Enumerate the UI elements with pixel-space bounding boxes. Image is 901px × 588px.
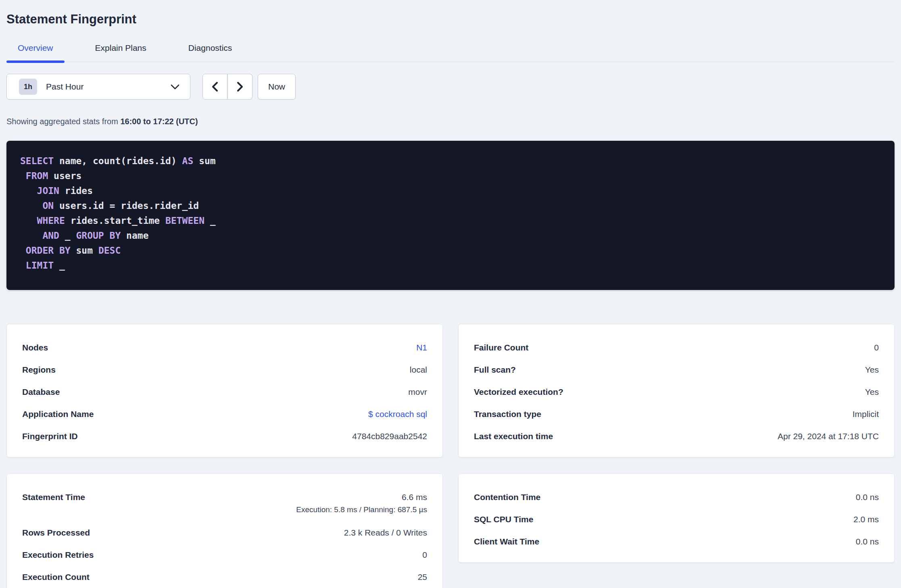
sql-line: WHERE rides.start_time BETWEEN _ (20, 213, 885, 228)
sql-text: users (48, 171, 81, 181)
stat-label: Last execution time (474, 425, 553, 447)
sql-line: ON users.id = rides.rider_id (20, 198, 885, 213)
sql-line: LIMIT _ (20, 258, 885, 273)
time-interval-arrows (202, 74, 252, 100)
stat-row-full-scan: Full scan?Yes (474, 359, 879, 381)
stat-value: local (410, 359, 427, 381)
stat-label: Regions (22, 359, 56, 381)
stat-label: Fingerprint ID (22, 425, 78, 447)
page-title: Statement Fingerprint (6, 11, 895, 27)
time-range-badge: 1h (19, 79, 37, 95)
stat-value: Yes (865, 381, 879, 403)
sql-line: ORDER BY sum DESC (20, 243, 885, 258)
sql-text: name, count(rides.id) (54, 156, 182, 166)
stat-row-client-wait-time: Client Wait Time0.0 ns (474, 530, 879, 553)
stat-label: Client Wait Time (474, 530, 539, 553)
sql-keyword: AS (182, 156, 194, 166)
stat-label: Failure Count (474, 336, 528, 359)
stat-row-sql-cpu-time: SQL CPU Time2.0 ms (474, 508, 879, 530)
tab-explain-plans[interactable]: Explain Plans (84, 43, 158, 62)
tab-label: Overview (18, 43, 53, 52)
time-toolbar: 1h Past Hour Now (6, 74, 895, 100)
stat-value: 0.0 ns (856, 486, 879, 508)
chevron-left-icon (211, 81, 219, 92)
sql-text: users.id = rides.rider_id (54, 200, 199, 211)
sql-text: rides (59, 186, 93, 196)
statement-time-card: Statement Time6.6 msExecution: 5.8 ms / … (6, 473, 443, 588)
stat-row-vectorized-execution: Vectorized execution?Yes (474, 381, 879, 403)
stat-row-execution-count: Execution Count25 (22, 566, 427, 588)
aggregated-stats-prefix: Showing aggregated stats from (6, 117, 120, 126)
nodes-link[interactable]: N1 (416, 336, 427, 359)
stat-label: Execution Count (22, 566, 90, 588)
sql-line: SELECT name, count(rides.id) AS sum (20, 154, 885, 169)
stat-value: movr (408, 381, 427, 403)
stat-value-group: 6.6 msExecution: 5.8 ms / Planning: 687.… (296, 486, 427, 515)
sql-keyword: ORDER BY (26, 245, 71, 256)
stat-row-nodes: NodesN1 (22, 336, 427, 359)
sql-text: sum (71, 245, 98, 256)
sql-keyword: GROUP BY (76, 230, 121, 241)
aggregated-stats-range: 16:00 to 17:22 (UTC) (120, 117, 198, 126)
tab-bar: OverviewExplain PlansDiagnostics (6, 43, 895, 62)
stat-row-failure-count: Failure Count0 (474, 336, 879, 359)
stat-value: Yes (865, 359, 879, 381)
sql-statement-box: SELECT name, count(rides.id) AS sum FROM… (6, 141, 895, 290)
stat-label: Statement Time (22, 486, 85, 508)
stat-row-execution-retries: Execution Retries0 (22, 544, 427, 566)
stat-value: 0 (422, 544, 427, 566)
stat-value: 25 (418, 566, 427, 588)
active-tab-indicator (6, 60, 65, 63)
sql-keyword: ON (42, 200, 54, 211)
chevron-right-icon (236, 81, 244, 92)
sql-text (20, 215, 37, 226)
sql-text (20, 245, 26, 256)
sql-keyword: WHERE (37, 215, 65, 226)
time-range-label: Past Hour (46, 82, 171, 92)
statement-details-card: NodesN1RegionslocalDatabasemovrApplicati… (6, 324, 443, 457)
next-interval-button[interactable] (227, 74, 252, 100)
tab-label: Explain Plans (95, 43, 146, 52)
sql-line: JOIN rides (20, 183, 885, 198)
stat-value: 2.0 ms (853, 508, 879, 530)
stat-label: Database (22, 381, 60, 403)
sql-text (20, 200, 42, 211)
tab-label: Diagnostics (188, 43, 232, 52)
sql-text: _ (59, 230, 76, 241)
sql-text: sum (193, 156, 215, 166)
sql-keyword: BETWEEN (165, 215, 204, 226)
sql-text (20, 186, 37, 196)
sql-line: FROM users (20, 169, 885, 183)
stat-row-statement-time: Statement Time6.6 msExecution: 5.8 ms / … (22, 486, 427, 521)
time-range-dropdown[interactable]: 1h Past Hour (6, 74, 190, 100)
prev-interval-button[interactable] (202, 74, 227, 100)
stat-subvalue: Execution: 5.8 ms / Planning: 687.5 µs (296, 505, 427, 515)
sql-keyword: AND (42, 230, 59, 241)
statement-fingerprint-page: Statement Fingerprint OverviewExplain Pl… (0, 11, 901, 588)
application-name-link[interactable]: $ cockroach sql (368, 403, 427, 425)
execution-attributes-card: Failure Count0Full scan?YesVectorized ex… (458, 324, 895, 457)
sql-keyword: SELECT (20, 156, 54, 166)
now-button[interactable]: Now (258, 74, 296, 100)
stat-label: Execution Retries (22, 544, 94, 566)
sql-keyword: JOIN (37, 186, 59, 196)
stat-row-last-execution-time: Last execution timeApr 29, 2024 at 17:18… (474, 425, 879, 447)
sql-keyword: FROM (26, 171, 48, 181)
stat-row-transaction-type: Transaction typeImplicit (474, 403, 879, 425)
stat-value: 4784cb829aab2542 (352, 425, 427, 447)
stat-row-application-name: Application Name$ cockroach sql (22, 403, 427, 425)
sql-text: name (121, 230, 148, 241)
metric-cards-row: Statement Time6.6 msExecution: 5.8 ms / … (6, 473, 895, 588)
stat-value: Implicit (853, 403, 879, 425)
tab-overview[interactable]: Overview (6, 43, 65, 62)
aggregated-stats-text: Showing aggregated stats from 16:00 to 1… (6, 116, 895, 127)
tab-diagnostics[interactable]: Diagnostics (177, 43, 244, 62)
stat-label: Nodes (22, 336, 48, 359)
stat-row-fingerprint-id: Fingerprint ID4784cb829aab2542 (22, 425, 427, 447)
stat-row-contention-time: Contention Time0.0 ns (474, 486, 879, 508)
sql-line: AND _ GROUP BY name (20, 228, 885, 243)
stat-label: SQL CPU Time (474, 508, 533, 530)
sql-text: rides.start_time (65, 215, 165, 226)
sql-text (20, 171, 26, 181)
stat-label: Full scan? (474, 359, 516, 381)
